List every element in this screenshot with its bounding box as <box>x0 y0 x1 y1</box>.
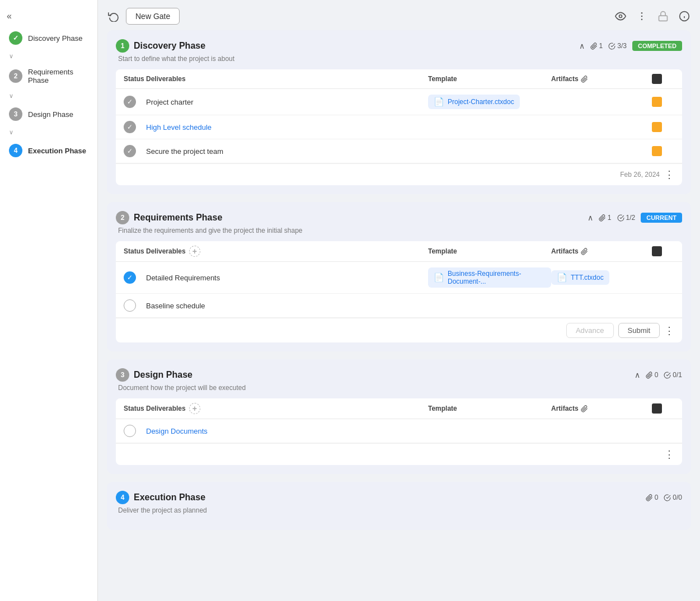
p2-row1-template[interactable]: 📄 Business-Requirements-Document-... <box>428 267 551 288</box>
phase3-collapse-btn[interactable]: ∧ <box>635 370 640 379</box>
phase3-table-header: Status Deliverables + Template Artifacts <box>116 398 682 419</box>
lock-icon[interactable] <box>656 10 670 23</box>
phase-requirements-title-row: 2 Requirements Phase <box>116 211 222 224</box>
table-row: Design Documents <box>116 419 682 443</box>
p2-row1-status[interactable]: ✓ <box>124 271 136 284</box>
new-gate-button[interactable]: New Gate <box>126 8 180 25</box>
phase-discovery-title-row: 1 Discovery Phase <box>116 39 205 53</box>
more-vert-icon[interactable] <box>635 10 649 23</box>
phase4-meta: 0 0/0 <box>646 494 682 501</box>
phase-card-design: 3 Design Phase ∧ 0 0/1 Document how the … <box>107 359 691 474</box>
p2-row1-artifacts[interactable]: 📄 TTT.ctxdoc <box>551 270 652 285</box>
p2-deliverables-col: Deliverables + <box>146 246 428 257</box>
view-toggle-icon[interactable] <box>652 74 662 84</box>
p2-artifacts-col: Artifacts <box>551 247 652 255</box>
p3-artifacts-col: Artifacts <box>551 405 652 412</box>
svg-point-3 <box>641 19 643 21</box>
submit-button[interactable]: Submit <box>618 323 660 338</box>
p3-row1-status[interactable] <box>124 425 136 437</box>
info-icon[interactable] <box>678 10 691 23</box>
phase1-number: 1 <box>116 39 129 53</box>
phase4-attach-count: 0 <box>646 494 659 501</box>
row1-template[interactable]: 📄 Project-Charter.ctxdoc <box>428 95 551 109</box>
phase1-more-btn[interactable]: ⋮ <box>664 168 674 181</box>
row3-action-icon[interactable] <box>652 146 662 156</box>
phase3-attach-count: 0 <box>646 371 659 379</box>
sidebar-label-design: Design Phase <box>28 110 73 119</box>
p2-row1-template-label: Business-Requirements-Document-... <box>448 270 546 285</box>
phase1-table-header: Status Deliverables Template Artifacts <box>116 69 682 89</box>
eye-icon[interactable] <box>614 10 627 23</box>
sidebar-chevron-design[interactable]: ∨ <box>0 126 97 138</box>
sidebar-chevron-discovery[interactable]: ∨ <box>0 50 97 62</box>
p3-action-col <box>652 403 674 414</box>
phase4-check-count: 0/0 <box>664 494 682 501</box>
phase1-badge: COMPLETED <box>632 41 682 51</box>
table-row: Baseline schedule <box>116 294 682 318</box>
artifacts-col-header: Artifacts <box>551 75 652 83</box>
advance-button[interactable]: Advance <box>566 323 614 338</box>
p3-status-col: Status <box>124 405 146 412</box>
sidebar-collapse-btn[interactable]: « <box>0 7 97 26</box>
phase-card-requirements: 2 Requirements Phase ∧ 1 1/2 CURRENT Fin… <box>107 202 691 351</box>
row1-status-icon[interactable]: ✓ <box>124 96 136 108</box>
p3-view-toggle-icon[interactable] <box>652 403 662 414</box>
sidebar-item-discovery[interactable]: ✓ Discovery Phase <box>0 26 97 50</box>
design-status-icon: 3 <box>9 107 22 121</box>
requirements-status-icon: 2 <box>9 69 22 83</box>
p2-view-toggle-icon[interactable] <box>652 246 662 256</box>
phase3-title: Design Phase <box>134 370 192 380</box>
table-row: ✓ Project charter 📄 Project-Charter.ctxd… <box>116 89 682 115</box>
phase3-more-btn[interactable]: ⋮ <box>664 448 674 461</box>
phase1-meta: ∧ 1 3/3 COMPLETED <box>579 41 682 51</box>
phase-design-title-row: 3 Design Phase <box>116 368 192 382</box>
svg-point-2 <box>641 16 643 17</box>
phase-discovery-header: 1 Discovery Phase ∧ 1 3/3 COMPLETED <box>116 39 682 53</box>
p3-add-deliverable-btn[interactable]: + <box>189 403 200 414</box>
sidebar-chevron-requirements[interactable]: ∨ <box>0 90 97 102</box>
p2-row2-status[interactable] <box>124 299 136 312</box>
sidebar-item-requirements[interactable]: 2 RequirementsPhase <box>0 62 97 90</box>
doc-icon2: 📄 <box>434 273 444 283</box>
sidebar-item-execution[interactable]: 4 Execution Phase <box>0 138 97 163</box>
topbar-icons <box>614 10 691 23</box>
topbar-left: New Gate <box>107 8 180 25</box>
p2-action-col <box>652 246 674 256</box>
discovery-status-icon: ✓ <box>9 31 22 45</box>
row1-template-label: Project-Charter.ctxdoc <box>448 98 514 106</box>
phase-card-discovery: 1 Discovery Phase ∧ 1 3/3 COMPLETED Star… <box>107 30 691 194</box>
sidebar-item-design[interactable]: 3 Design Phase <box>0 102 97 126</box>
phase1-deliverables-table: Status Deliverables Template Artifacts ✓… <box>116 69 682 185</box>
row2-action-icon[interactable] <box>652 122 662 132</box>
p2-row2-name: Baseline schedule <box>146 302 428 310</box>
row3-status-icon[interactable]: ✓ <box>124 145 136 157</box>
phase2-attach-count: 1 <box>599 214 612 222</box>
add-deliverable-btn[interactable]: + <box>189 246 200 257</box>
row3-deliverable-name: Secure the project team <box>146 147 428 156</box>
phase3-subtitle: Document how the project will be execute… <box>116 384 682 392</box>
p3-template-col: Template <box>428 405 551 412</box>
phase2-collapse-btn[interactable]: ∧ <box>588 213 593 222</box>
svg-rect-4 <box>659 16 668 21</box>
phase2-number: 2 <box>116 211 129 224</box>
phase-requirements-header: 2 Requirements Phase ∧ 1 1/2 CURRENT <box>116 211 682 224</box>
phase3-meta: ∧ 0 0/1 <box>635 370 682 379</box>
sidebar-label-discovery: Discovery Phase <box>28 34 83 43</box>
row2-status-icon[interactable]: ✓ <box>124 121 136 133</box>
row1-action-icon[interactable] <box>652 97 662 107</box>
artifact-doc-icon: 📄 <box>557 273 567 283</box>
p2-template-col: Template <box>428 247 551 255</box>
phase1-collapse-btn[interactable]: ∧ <box>579 41 585 50</box>
phase-card-execution: 4 Execution Phase 0 0/0 Deliver the proj… <box>107 482 691 530</box>
phase2-subtitle: Finalize the requirements and give the p… <box>116 227 682 234</box>
phase3-footer: ⋮ <box>116 443 682 465</box>
phase-design-header: 3 Design Phase ∧ 0 0/1 <box>116 368 682 382</box>
phase2-more-btn[interactable]: ⋮ <box>664 325 674 337</box>
phase1-subtitle: Start to define what the project is abou… <box>116 55 682 63</box>
sidebar-label-execution: Execution Phase <box>28 147 86 155</box>
refresh-icon[interactable] <box>107 10 120 23</box>
sidebar-label-requirements: RequirementsPhase <box>28 68 73 84</box>
topbar: New Gate <box>107 4 691 30</box>
phase2-check-count: 1/2 <box>617 214 636 222</box>
phase2-title: Requirements Phase <box>134 213 222 223</box>
